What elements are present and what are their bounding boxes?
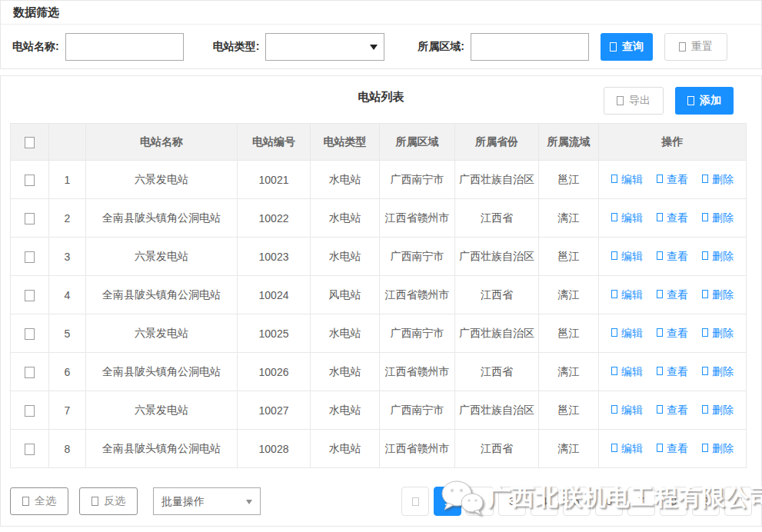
edit-link[interactable]: 编辑 (611, 365, 643, 377)
station-table: 电站名称电站编号电站类型所属区域所属省份所属流域操作 1六景发电站10021水电… (10, 123, 747, 468)
checkbox-cell (11, 161, 49, 199)
station-name-input[interactable] (65, 33, 184, 61)
view-link[interactable]: 查看 (657, 250, 688, 262)
region-cell: 广西南宁市 (380, 161, 455, 199)
page-button-1[interactable]: 1 (434, 487, 461, 516)
name-cell: 全南县陂头镇角公洞电站 (86, 353, 238, 391)
edit-icon (611, 251, 617, 260)
province-cell: 江西省 (455, 276, 539, 314)
checkbox-cell (11, 276, 49, 314)
delete-link[interactable]: 删除 (702, 250, 734, 262)
batch-operation-select[interactable]: 批量操作 (153, 487, 261, 515)
view-icon (657, 405, 663, 414)
prev-page-button[interactable] (401, 487, 429, 516)
query-button[interactable]: 查询 (601, 33, 653, 61)
page-button-6[interactable]: 6 (595, 487, 623, 516)
page-button-8[interactable]: 8 (660, 487, 687, 516)
edit-link[interactable]: 编辑 (611, 211, 643, 224)
next-page-button[interactable] (724, 487, 752, 516)
header-checkbox[interactable] (25, 137, 35, 148)
search-icon (610, 42, 617, 52)
actions-cell: 编辑查看删除 (599, 430, 747, 468)
view-link[interactable]: 查看 (657, 404, 688, 416)
view-link[interactable]: 查看 (657, 365, 688, 377)
index-cell: 6 (49, 353, 86, 391)
add-button[interactable]: 添加 (675, 87, 734, 115)
row-checkbox[interactable] (25, 213, 35, 224)
edit-link[interactable]: 编辑 (611, 173, 643, 185)
region-input[interactable] (471, 33, 589, 61)
edit-link[interactable]: 编辑 (611, 250, 643, 262)
page-button-9[interactable]: 9 (692, 487, 720, 516)
edit-icon (611, 213, 617, 221)
view-icon (657, 213, 663, 221)
row-checkbox[interactable] (25, 175, 35, 186)
row-checkbox[interactable] (25, 405, 35, 417)
view-icon (657, 251, 663, 260)
code-cell: 10023 (238, 238, 311, 276)
edit-link[interactable]: 编辑 (611, 442, 643, 454)
type-cell: 风电站 (311, 276, 380, 314)
index-cell: 7 (49, 391, 86, 430)
view-link[interactable]: 查看 (657, 442, 688, 454)
plus-icon (687, 96, 694, 105)
index-cell: 8 (49, 430, 86, 468)
view-icon (657, 444, 663, 452)
page-button-3[interactable]: 3 (498, 487, 526, 516)
filter-panel: 数据筛选 电站名称: 电站类型: 所属区域: 查询 重置 (0, 0, 762, 69)
row-checkbox[interactable] (25, 251, 35, 263)
view-link[interactable]: 查看 (657, 173, 688, 185)
type-cell: 水电站 (311, 199, 380, 238)
edit-link[interactable]: 编辑 (611, 288, 643, 301)
page-button-4[interactable]: 4 (531, 487, 558, 516)
delete-link[interactable]: 删除 (702, 327, 734, 339)
region-cell: 广西南宁市 (380, 238, 455, 276)
prev-page-icon (412, 497, 419, 506)
table-row: 7六景发电站10027水电站广西南宁市广西壮族自治区邕江编辑查看删除 (11, 391, 747, 430)
edit-link[interactable]: 编辑 (611, 327, 643, 339)
table-row: 3六景发电站10023水电站广西南宁市广西壮族自治区邕江编辑查看删除 (11, 238, 747, 276)
province-cell: 江西省 (455, 353, 539, 391)
edit-link[interactable]: 编辑 (611, 404, 643, 416)
page-button-5[interactable]: 5 (563, 487, 591, 516)
view-link[interactable]: 查看 (657, 211, 688, 224)
basin-cell: 漓江 (539, 353, 599, 391)
row-checkbox[interactable] (25, 367, 35, 378)
page-button-2[interactable]: 2 (466, 487, 494, 516)
table-header-row: 电站名称电站编号电站类型所属区域所属省份所属流域操作 (11, 124, 747, 161)
basin-cell: 漓江 (539, 199, 599, 238)
row-checkbox[interactable] (25, 444, 35, 455)
type-cell: 水电站 (311, 430, 380, 468)
code-cell: 10022 (238, 199, 311, 238)
station-type-select[interactable] (265, 33, 384, 61)
delete-link[interactable]: 删除 (702, 442, 734, 454)
delete-link[interactable]: 删除 (702, 211, 734, 224)
select-all-button[interactable]: 全选 (10, 487, 68, 515)
delete-link[interactable]: 删除 (702, 288, 734, 301)
index-cell: 2 (49, 199, 86, 238)
next-page-icon (735, 497, 742, 506)
column-header: 电站编号 (238, 124, 311, 161)
delete-icon (702, 367, 708, 375)
region-cell: 江西省赣州市 (380, 276, 455, 314)
invert-select-button[interactable]: 反选 (79, 487, 138, 515)
export-button[interactable]: 导出 (604, 87, 664, 115)
delete-link[interactable]: 删除 (702, 173, 734, 185)
table-row: 6全南县陂头镇角公洞电站10026水电站江西省赣州市江西省漓江编辑查看删除 (11, 353, 747, 391)
delete-link[interactable]: 删除 (702, 404, 734, 416)
row-checkbox[interactable] (25, 328, 35, 340)
region-cell: 江西省赣州市 (380, 430, 455, 468)
view-icon (657, 290, 663, 298)
page-button-7[interactable]: 7 (627, 487, 655, 516)
view-link[interactable]: 查看 (657, 327, 688, 339)
actions-cell: 编辑查看删除 (599, 161, 747, 199)
view-link[interactable]: 查看 (657, 288, 688, 301)
reset-button[interactable]: 重置 (664, 33, 727, 61)
name-cell: 全南县陂头镇角公洞电站 (86, 430, 238, 468)
station-name-label: 电站名称: (12, 40, 59, 54)
column-header (49, 124, 86, 161)
row-checkbox[interactable] (25, 290, 35, 301)
delete-link[interactable]: 删除 (702, 365, 734, 377)
code-cell: 10026 (238, 353, 311, 391)
delete-icon (702, 175, 708, 183)
